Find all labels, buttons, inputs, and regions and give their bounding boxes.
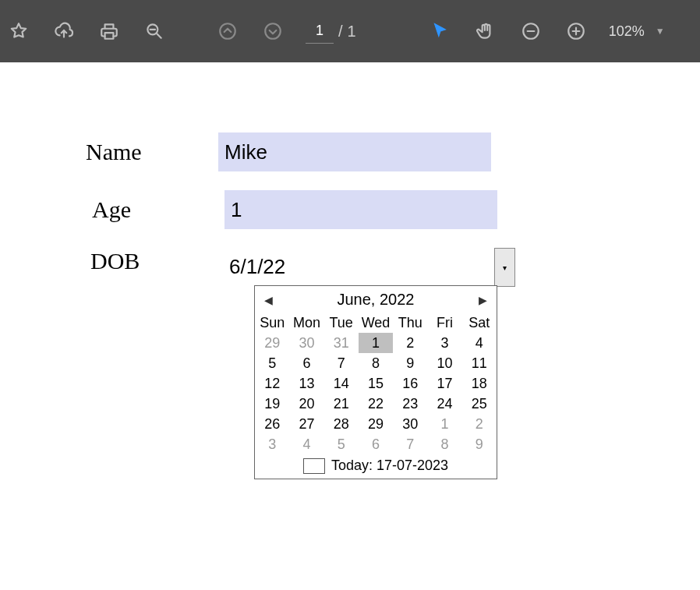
age-label: Age <box>86 196 224 223</box>
search-icon[interactable] <box>142 19 167 44</box>
cal-day[interactable]: 27 <box>289 414 323 434</box>
cursor-select-icon[interactable] <box>428 19 453 44</box>
cal-day[interactable]: 13 <box>289 373 323 394</box>
cal-day[interactable]: 5 <box>255 353 289 373</box>
dob-label: DOB <box>86 248 223 274</box>
cal-day[interactable]: 3 <box>427 333 461 353</box>
cal-day[interactable]: 15 <box>359 373 393 394</box>
cal-day[interactable]: 6 <box>289 353 323 373</box>
cal-day[interactable]: 9 <box>393 353 427 373</box>
zoom-in-icon[interactable] <box>564 19 589 44</box>
print-icon[interactable] <box>97 19 122 44</box>
cal-day[interactable]: 30 <box>289 333 323 353</box>
cal-day[interactable]: 8 <box>427 434 461 454</box>
cal-day[interactable]: 7 <box>393 434 427 454</box>
zoom-dropdown[interactable]: 102% ▼ <box>609 23 665 40</box>
cal-day[interactable]: 22 <box>359 394 393 414</box>
today-marker <box>303 458 325 474</box>
cal-day[interactable]: 29 <box>359 414 393 434</box>
cal-day[interactable]: 19 <box>255 394 289 414</box>
chevron-down-icon: ▼ <box>656 26 665 37</box>
cal-day[interactable]: 9 <box>462 434 497 454</box>
cal-dow: Thu <box>393 313 427 333</box>
cal-dow: Mon <box>289 313 323 333</box>
cal-day[interactable]: 10 <box>427 353 461 373</box>
page-number-input[interactable] <box>306 19 334 44</box>
cal-day[interactable]: 1 <box>427 414 461 434</box>
date-picker: ◀ June, 2022 ▶ SunMonTueWedThuFriSat 293… <box>254 285 497 479</box>
cloud-upload-icon[interactable] <box>51 19 76 44</box>
cal-day[interactable]: 17 <box>427 373 461 394</box>
page-down-icon[interactable] <box>260 19 285 44</box>
dob-dropdown-button[interactable]: ▾ <box>494 248 515 287</box>
calendar-grid: SunMonTueWedThuFriSat 293031123456789101… <box>255 313 497 454</box>
cal-dow: Fri <box>427 313 461 333</box>
cal-dow: Wed <box>359 313 393 333</box>
cal-title[interactable]: June, 2022 <box>338 291 415 309</box>
name-label: Name <box>86 139 218 165</box>
svg-point-2 <box>265 23 281 39</box>
cal-day[interactable]: 29 <box>255 333 289 353</box>
cal-day[interactable]: 5 <box>324 434 359 454</box>
cal-day[interactable]: 26 <box>255 414 289 434</box>
page-up-icon[interactable] <box>215 19 240 44</box>
age-field[interactable] <box>224 190 497 229</box>
cal-day[interactable]: 4 <box>289 434 323 454</box>
cal-day[interactable]: 2 <box>393 333 427 353</box>
cal-day[interactable]: 4 <box>462 333 497 353</box>
cal-day[interactable]: 18 <box>462 373 497 394</box>
cal-day[interactable]: 3 <box>255 434 289 454</box>
cal-day[interactable]: 24 <box>427 394 461 414</box>
cal-day[interactable]: 12 <box>255 373 289 394</box>
svg-point-1 <box>220 23 235 39</box>
page-total: 1 <box>348 23 356 41</box>
cal-next-month[interactable]: ▶ <box>476 294 490 306</box>
cal-dow: Sun <box>255 313 289 333</box>
cal-day[interactable]: 1 <box>359 333 393 353</box>
cal-day[interactable]: 2 <box>462 414 497 434</box>
dob-field[interactable] <box>223 248 496 285</box>
cal-day[interactable]: 14 <box>324 373 359 394</box>
page-indicator: / 1 <box>306 19 356 44</box>
cal-day[interactable]: 7 <box>324 353 359 373</box>
top-toolbar: / 1 102% ▼ <box>0 0 700 62</box>
form-page: Name Age DOB ▾ ◀ June, 2022 ▶ SunMonTueW… <box>0 62 700 285</box>
today-link[interactable]: Today: 17-07-2023 <box>331 458 448 474</box>
cal-day[interactable]: 21 <box>324 394 359 414</box>
cal-prev-month[interactable]: ◀ <box>261 294 276 306</box>
zoom-out-icon[interactable] <box>518 19 543 44</box>
zoom-value: 102% <box>609 23 645 40</box>
cal-day[interactable]: 16 <box>393 373 427 394</box>
cal-dow: Tue <box>324 313 359 333</box>
cal-day[interactable]: 20 <box>289 394 323 414</box>
hand-pan-icon[interactable] <box>473 19 498 44</box>
cal-day[interactable]: 11 <box>462 353 497 373</box>
cal-day[interactable]: 8 <box>359 353 393 373</box>
star-icon[interactable] <box>6 19 31 44</box>
cal-day[interactable]: 31 <box>324 333 359 353</box>
cal-day[interactable]: 30 <box>393 414 427 434</box>
cal-day[interactable]: 25 <box>462 394 497 414</box>
name-field[interactable] <box>218 132 491 171</box>
cal-day[interactable]: 23 <box>393 394 427 414</box>
page-separator: / <box>338 23 343 41</box>
cal-dow: Sat <box>462 313 497 333</box>
cal-day[interactable]: 28 <box>324 414 359 434</box>
cal-day[interactable]: 6 <box>359 434 393 454</box>
